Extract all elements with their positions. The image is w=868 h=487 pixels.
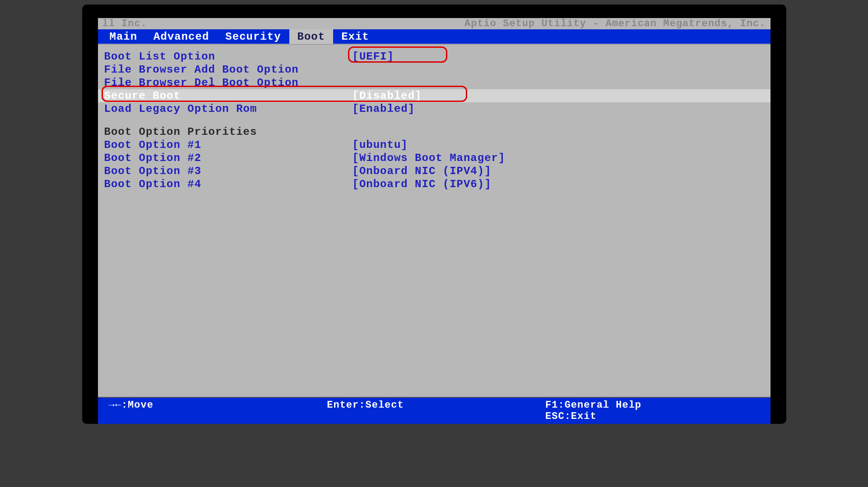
content-area: Boot List Option [UEFI] File Browser Add…: [98, 44, 771, 394]
tab-main[interactable]: Main: [102, 29, 146, 44]
boot-option-1-label: Boot Option #1: [104, 139, 353, 151]
boot-priorities-label: Boot Option Priorities: [104, 126, 353, 138]
tab-exit[interactable]: Exit: [333, 29, 377, 44]
secure-boot-label: Secure Boot: [104, 90, 353, 102]
vendor-text: ll Inc.: [102, 18, 147, 29]
option-secure-boot[interactable]: Secure Boot [Disabled]: [98, 89, 771, 102]
boot-option-3[interactable]: Boot Option #3 [Onboard NIC (IPV4)]: [98, 165, 771, 178]
boot-option-3-value: [Onboard NIC (IPV4)]: [353, 165, 492, 177]
option-boot-list[interactable]: Boot List Option [UEFI]: [98, 50, 771, 63]
bios-screen: ll Inc. Aptio Setup Utility - American M…: [98, 18, 771, 424]
option-file-browser-del[interactable]: File Browser Del Boot Option: [98, 76, 771, 89]
boot-option-4-value: [Onboard NIC (IPV6)]: [353, 178, 492, 190]
monitor-frame: ll Inc. Aptio Setup Utility - American M…: [82, 5, 786, 424]
boot-option-3-label: Boot Option #3: [104, 165, 353, 177]
hint-exit: ESC:Exit: [545, 411, 764, 422]
option-file-browser-add[interactable]: File Browser Add Boot Option: [98, 63, 771, 76]
secure-boot-value: [Disabled]: [353, 90, 422, 102]
header-row: ll Inc. Aptio Setup Utility - American M…: [98, 18, 771, 29]
file-browser-del-label: File Browser Del Boot Option: [104, 77, 353, 89]
boot-list-value: [UEFI]: [353, 51, 394, 63]
tab-advanced[interactable]: Advanced: [145, 29, 217, 44]
file-browser-add-label: File Browser Add Boot Option: [104, 64, 353, 76]
tab-security[interactable]: Security: [217, 29, 289, 44]
footer-col-1: →←:Move: [109, 398, 327, 424]
footer-col-3: F1:General Help ESC:Exit: [545, 398, 764, 424]
load-legacy-rom-value: [Enabled]: [353, 103, 415, 115]
footer-col-2: Enter:Select: [327, 398, 545, 424]
tabs-bar: Main Advanced Security Boot Exit: [98, 29, 771, 44]
hint-help: F1:General Help: [545, 400, 764, 411]
footer-bar: →←:Move Enter:Select F1:General Help ESC…: [98, 397, 771, 424]
hint-select: Enter:Select: [327, 400, 545, 411]
load-legacy-rom-label: Load Legacy Option Rom: [104, 103, 353, 115]
tab-boot[interactable]: Boot: [289, 29, 334, 44]
boot-list-label: Boot List Option: [104, 51, 353, 63]
boot-option-1-value: [ubuntu]: [353, 139, 408, 151]
boot-option-2-label: Boot Option #2: [104, 152, 353, 164]
boot-priorities-header: Boot Option Priorities: [98, 125, 771, 138]
option-load-legacy-rom[interactable]: Load Legacy Option Rom [Enabled]: [98, 102, 771, 115]
boot-option-2[interactable]: Boot Option #2 [Windows Boot Manager]: [98, 152, 771, 165]
boot-option-1[interactable]: Boot Option #1 [ubuntu]: [98, 138, 771, 152]
boot-option-4[interactable]: Boot Option #4 [Onboard NIC (IPV6)]: [98, 178, 771, 191]
utility-title: Aptio Setup Utility - American Megatrend…: [464, 18, 766, 29]
boot-option-4-label: Boot Option #4: [104, 178, 353, 190]
hint-move: →←:Move: [109, 400, 327, 411]
boot-option-2-value: [Windows Boot Manager]: [353, 152, 506, 164]
section-gap: [98, 115, 771, 125]
